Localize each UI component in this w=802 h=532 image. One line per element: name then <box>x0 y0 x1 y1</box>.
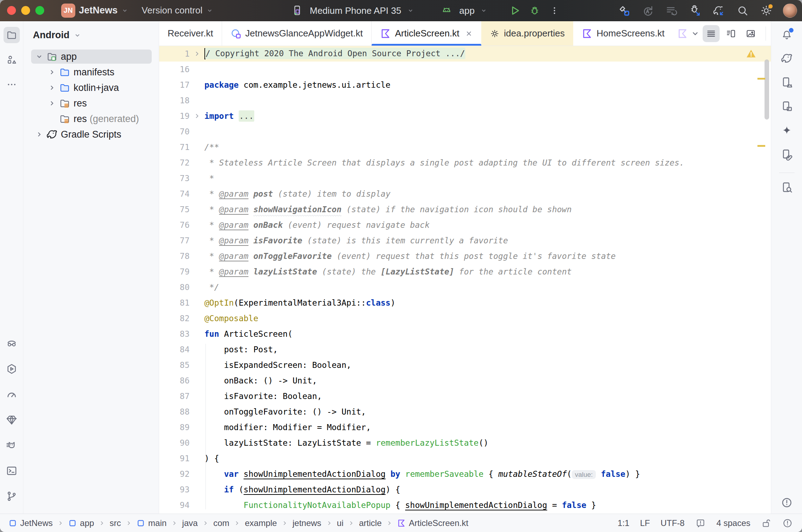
line-number[interactable]: 89 <box>159 423 190 432</box>
breadcrumb-item-article[interactable]: article <box>359 518 382 528</box>
line-number[interactable]: 18 <box>159 96 190 105</box>
device-explorer-icon[interactable] <box>779 179 795 196</box>
hidden-tabs-chevron-icon[interactable] <box>691 29 700 38</box>
code-line-75[interactable]: 75 * @param showNavigationIcon (state) i… <box>159 202 771 217</box>
running-devices-icon[interactable] <box>779 74 795 91</box>
chevron-down-icon[interactable] <box>34 53 45 60</box>
benchmark-icon[interactable] <box>4 386 20 403</box>
run-button[interactable] <box>508 4 522 18</box>
device-streaming-icon[interactable] <box>4 335 20 352</box>
line-ending-widget[interactable]: LF <box>640 518 650 528</box>
line-number[interactable]: 76 <box>159 220 190 230</box>
chevron-right-icon[interactable] <box>47 99 57 107</box>
user-avatar[interactable] <box>783 4 797 18</box>
line-number[interactable]: 74 <box>159 189 190 198</box>
line-number[interactable]: 71 <box>159 143 190 152</box>
breadcrumb-item-ui[interactable]: ui <box>337 518 344 528</box>
breadcrumb-item-articlescreen-kt[interactable]: ArticleScreen.kt <box>397 518 468 528</box>
code-line-86[interactable]: 86 onBack: () -> Unit, <box>159 373 771 388</box>
code-line-82[interactable]: 82@Composable <box>159 311 771 326</box>
more-actions-kebab-icon[interactable] <box>547 4 562 18</box>
code-line-84[interactable]: 84 post: Post, <box>159 342 771 357</box>
close-icon[interactable] <box>465 30 473 37</box>
line-number[interactable]: 80 <box>159 283 190 292</box>
app-quality-insights-icon[interactable] <box>4 412 20 428</box>
line-number[interactable]: 83 <box>159 329 190 339</box>
code-line-76[interactable]: 76 * @param onBack (event) request navig… <box>159 217 771 233</box>
code-line-1[interactable]: 1/ Copyright 2020 The Android Open Sourc… <box>159 46 771 62</box>
split-view-icon[interactable] <box>722 25 739 42</box>
apply-code-changes-icon[interactable] <box>664 4 679 18</box>
chevron-right-icon[interactable] <box>34 131 45 138</box>
breadcrumb-item-jetnews[interactable]: jetnews <box>292 518 321 528</box>
code-line-85[interactable]: 85 isExpandedScreen: Boolean, <box>159 357 771 373</box>
line-number[interactable]: 85 <box>159 360 190 370</box>
run-configuration-selector[interactable]: app <box>459 5 475 16</box>
problems-icon[interactable] <box>779 495 795 511</box>
line-number[interactable]: 78 <box>159 251 190 261</box>
code-line-72[interactable]: 72 * Stateless Article Screen that displ… <box>159 155 771 170</box>
line-number[interactable]: 91 <box>159 454 190 463</box>
line-number[interactable]: 84 <box>159 345 190 354</box>
code-line-71[interactable]: 71/** <box>159 139 771 155</box>
logcat-icon[interactable] <box>4 437 20 453</box>
code-line-73[interactable]: 73 * <box>159 170 771 186</box>
build-hammer-icon[interactable] <box>617 4 631 18</box>
breadcrumb-item-app[interactable]: app <box>68 518 94 528</box>
line-number[interactable]: 81 <box>159 298 190 307</box>
project-name-menu[interactable]: JetNews <box>79 5 118 16</box>
code-line-19[interactable]: 19import ... <box>159 108 771 124</box>
vcs-widget[interactable]: Version control <box>142 5 203 16</box>
code-line-18[interactable]: 18 <box>159 93 771 108</box>
tab-receiver-kt[interactable]: Receiver.kt <box>159 21 222 46</box>
line-number[interactable]: 19 <box>159 111 190 121</box>
tree-item-gradle-scripts[interactable]: Gradle Scripts <box>23 127 159 142</box>
code-line-80[interactable]: 80 */ <box>159 279 771 295</box>
line-number[interactable]: 72 <box>159 158 190 167</box>
breadcrumb-item-jetnews[interactable]: JetNews <box>8 518 53 528</box>
profiler-icon[interactable] <box>4 361 20 377</box>
line-number[interactable]: 17 <box>159 80 190 89</box>
line-number[interactable]: 88 <box>159 407 190 416</box>
tree-item-kotlin-java[interactable]: kotlin+java <box>23 80 159 96</box>
code-line-91[interactable]: 91) { <box>159 451 771 466</box>
editor-scrollbar-thumb[interactable] <box>765 59 769 120</box>
maximize-window-button[interactable] <box>35 6 44 15</box>
line-number[interactable]: 87 <box>159 392 190 401</box>
line-number[interactable]: 75 <box>159 205 190 214</box>
fold-chevron-icon[interactable] <box>190 112 204 120</box>
line-number[interactable]: 82 <box>159 314 190 323</box>
code-line-90[interactable]: 90 lazyListState: LazyListState = rememb… <box>159 435 771 451</box>
project-folder-icon[interactable] <box>4 27 20 43</box>
gradle-sync-icon[interactable] <box>712 4 726 18</box>
code-line-77[interactable]: 77 * @param isFavorite (state) is this i… <box>159 233 771 248</box>
device-selector[interactable]: Medium Phone API 35 <box>310 5 401 16</box>
chevron-right-icon[interactable] <box>47 68 57 76</box>
tab-articlescreen-kt[interactable]: ArticleScreen.kt <box>372 21 481 46</box>
gradle-icon[interactable] <box>779 50 795 66</box>
resource-manager-icon[interactable] <box>4 52 20 68</box>
code-line-16[interactable]: 16 <box>159 62 771 77</box>
line-number[interactable]: 77 <box>159 236 190 245</box>
problems-icon[interactable] <box>782 518 793 528</box>
line-number[interactable]: 1 <box>159 49 190 58</box>
scrollbar-warning-mark[interactable] <box>757 78 765 80</box>
code-line-70[interactable]: 70 <box>159 124 771 139</box>
inspections-icon[interactable] <box>695 518 706 528</box>
lock-open-icon[interactable] <box>761 518 772 528</box>
line-number[interactable]: 94 <box>159 501 190 510</box>
line-number[interactable]: 93 <box>159 485 190 494</box>
chevron-right-icon[interactable] <box>47 84 57 92</box>
project-view-mode[interactable]: Android <box>33 30 69 41</box>
settings-gear-icon[interactable] <box>759 4 773 18</box>
code-line-78[interactable]: 78 * @param onToggleFavorite (event) req… <box>159 248 771 264</box>
line-number[interactable]: 90 <box>159 438 190 447</box>
tab-idea-properties[interactable]: idea.properties <box>481 21 573 46</box>
device-mirroring-icon[interactable] <box>779 146 795 163</box>
code-line-87[interactable]: 87 isFavorite: Boolean, <box>159 388 771 404</box>
code-line-83[interactable]: 83fun ArticleScreen( <box>159 326 771 342</box>
close-window-button[interactable] <box>7 6 16 15</box>
code-line-94[interactable]: 94 FunctionalityNotAvailablePopup { show… <box>159 497 771 513</box>
tree-item-manifests[interactable]: manifests <box>23 64 159 80</box>
minimize-window-button[interactable] <box>21 6 30 15</box>
